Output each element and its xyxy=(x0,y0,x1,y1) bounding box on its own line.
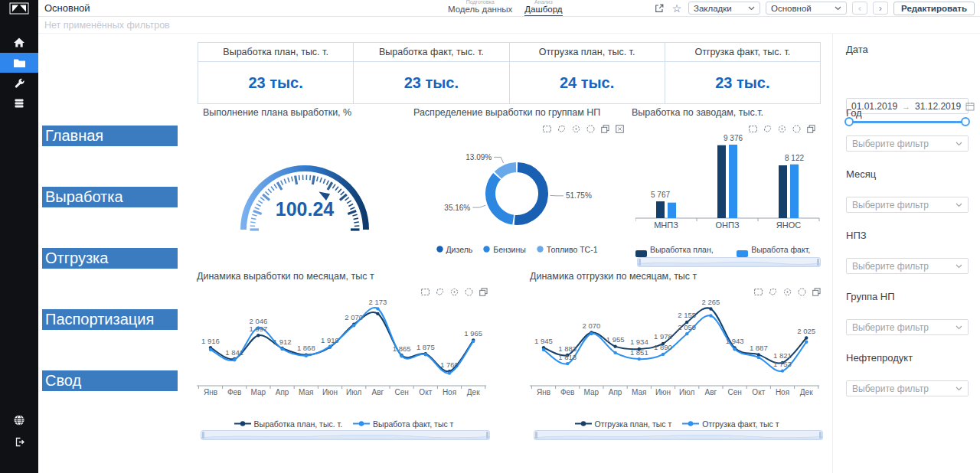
x-axis-label: Авг xyxy=(372,388,384,396)
line1-legend: Выработка план, тыс. т. Выработа факт, т… xyxy=(194,419,494,429)
nav-item-shipment[interactable]: Отгрузка xyxy=(42,248,178,269)
zoom-handle-right[interactable] xyxy=(486,432,488,439)
point-value-label: 1 912 xyxy=(273,338,292,346)
sidebar-language-button[interactable] xyxy=(0,410,38,430)
slider-track[interactable] xyxy=(848,121,967,123)
pie-slice-2 xyxy=(498,168,516,175)
x-axis-label: Ноя xyxy=(776,388,789,396)
zoom-handle-left[interactable] xyxy=(639,259,641,266)
donut-legend: Дизель Бензины Топливо ТС-1 xyxy=(429,245,605,254)
legend-item-fact[interactable]: Выработа факт, тыс т xyxy=(353,419,453,429)
chevron-down-icon xyxy=(956,142,962,146)
kpi-card-production-fact: Выработка факт, тыс. т. 23 тыс. xyxy=(353,42,509,104)
kpi-value: 24 тыс. xyxy=(510,62,665,103)
point-value-label: 1 945 xyxy=(534,337,553,345)
nav-item-summary[interactable]: Свод xyxy=(42,370,178,391)
bar-category-label: ЯНОС xyxy=(776,220,801,230)
pie-slice-1 xyxy=(491,176,514,220)
kpi-card-shipment-plan: Отгрузка план, тыс. т. 24 тыс. xyxy=(509,42,665,104)
filter-label-np-group: Группа НП xyxy=(846,291,895,302)
bar-chart[interactable]: МНПЗОНПЗЯНОС5 7679 3768 122 xyxy=(635,116,823,233)
share-icon[interactable] xyxy=(653,2,665,15)
sidebar-logout-button[interactable] xyxy=(0,432,38,452)
sidebar-home-button[interactable] xyxy=(0,32,38,52)
topbar-actions: ☆ Закладки Основной ‹ › Редактировать xyxy=(653,2,980,15)
line1-zoom-scrollbar[interactable] xyxy=(201,430,490,440)
point-value-label: 2 155 xyxy=(678,311,696,319)
legend-item-fuel[interactable]: Топливо ТС-1 xyxy=(537,245,598,254)
legend-item-plan[interactable]: Отгрузка план, тыс т xyxy=(575,419,672,429)
bar-value-label: 8 122 xyxy=(785,154,804,162)
x-axis-label: Июн xyxy=(655,388,671,396)
zoom-handle-left[interactable] xyxy=(535,432,537,439)
legend-item-fact[interactable]: Отгрузка факт, тыс т xyxy=(682,419,779,429)
zoom-handle-left[interactable] xyxy=(202,432,204,439)
date-range-input[interactable]: 01.01.2019 → 31.12.2019 xyxy=(846,98,969,114)
chevron-down-icon xyxy=(835,6,841,11)
calendar-icon[interactable] xyxy=(965,102,975,111)
point-value-label: 2 173 xyxy=(369,298,387,306)
filter-select-oil-product[interactable]: Выберите фильтр xyxy=(846,380,969,396)
filter-select-refinery[interactable]: Выберите фильтр xyxy=(846,258,969,274)
tab-data-model[interactable]: Подготовка Модель данных xyxy=(448,0,512,17)
nav-item-main[interactable]: Главная xyxy=(42,126,178,146)
filter-label-oil-product: Нефтепродукт xyxy=(846,352,913,364)
legend-item-gasoline[interactable]: Бензины xyxy=(483,245,526,254)
kpi-card-shipment-fact: Отгрузка факт, тыс. т. 23 тыс. xyxy=(665,42,821,104)
chevron-down-icon xyxy=(956,203,962,207)
sidebar-projects-button[interactable] xyxy=(0,53,38,73)
zoom-handle-right[interactable] xyxy=(817,259,819,266)
favorite-star-icon[interactable]: ☆ xyxy=(671,2,683,15)
no-filters-text: Нет применённых фильтров xyxy=(44,20,170,31)
x-axis-label: Июл xyxy=(346,388,361,396)
kpi-row: Выработка план, тыс. т. 23 тыс. Выработк… xyxy=(198,42,821,104)
nav-forward-button[interactable]: › xyxy=(873,2,888,15)
sidebar-tools-button[interactable] xyxy=(0,73,38,93)
x-axis-label: Ноя xyxy=(443,388,456,396)
x-axis-label: Мая xyxy=(299,388,313,396)
x-axis-label: Июл xyxy=(679,388,694,396)
date-range-slider[interactable] xyxy=(844,116,970,127)
line2-zoom-scrollbar[interactable] xyxy=(534,430,823,440)
bar-МНПЗ-s0 xyxy=(656,201,665,218)
filter-select-np-group[interactable]: Выберите фильтр xyxy=(846,319,969,335)
filter-select-year[interactable]: Выберите фильтр xyxy=(846,135,969,152)
edit-button[interactable]: Редактировать xyxy=(893,2,975,15)
gauge-chart[interactable]: 100.24 xyxy=(213,139,397,243)
filter-select-month[interactable]: Выберите фильтр xyxy=(846,197,969,213)
globe-icon xyxy=(13,414,25,426)
sidebar-data-button[interactable] xyxy=(0,93,38,113)
pie-slice-0 xyxy=(514,168,543,220)
tab-dashboard[interactable]: Анализ Дашборд xyxy=(524,0,562,17)
date-to: 31.12.2019 xyxy=(915,101,961,112)
slider-handle-right[interactable] xyxy=(961,117,970,126)
bar-ЯНОС-s0 xyxy=(779,165,787,218)
logout-icon xyxy=(14,436,25,448)
dashboard-select[interactable]: Основной xyxy=(766,2,847,15)
nav-item-certification[interactable]: Паспортизация xyxy=(42,309,178,330)
line-chart-shipment[interactable]: ЯнвФевМарАпрМаяИюнИюлАвгСенОктНояДек1 94… xyxy=(527,280,827,400)
point-value-label: 1 760 xyxy=(440,360,459,369)
legend-item-diesel[interactable]: Дизель xyxy=(436,245,473,254)
x-axis-label: Апр xyxy=(609,388,622,396)
bar-zoom-scrollbar[interactable] xyxy=(637,257,821,267)
pie-label-0: 51.75% xyxy=(566,191,592,200)
line-chart-production[interactable]: ЯнвФевМарАпрМаяИюнИюлАвгСенОктНояДек1 91… xyxy=(194,280,494,400)
point-value-label: 1 821 xyxy=(773,351,792,360)
zoom-handle-right[interactable] xyxy=(819,432,822,439)
app-logo xyxy=(0,0,38,17)
clear-selection-icon[interactable] xyxy=(615,123,625,133)
nav-item-production[interactable]: Выработка xyxy=(42,187,178,207)
topbar: Основной Подготовка Модель данных Анализ… xyxy=(38,0,980,17)
donut-chart[interactable]: 51.75%35.16%13.09% xyxy=(429,132,605,227)
point-value-label: 2 070 xyxy=(583,321,601,330)
nav-back-button[interactable]: ‹ xyxy=(852,2,867,15)
series-line-0 xyxy=(544,308,806,363)
kpi-label: Отгрузка план, тыс. т. xyxy=(510,43,665,62)
legend-item-plan[interactable]: Выработка план, тыс. т. xyxy=(234,419,343,429)
app-sidebar xyxy=(0,0,38,473)
pie-label-1: 35.16% xyxy=(444,204,470,212)
x-axis-label: Окт xyxy=(419,388,432,396)
chevron-down-icon xyxy=(956,264,962,269)
bookmarks-select[interactable]: Закладки xyxy=(688,2,760,15)
